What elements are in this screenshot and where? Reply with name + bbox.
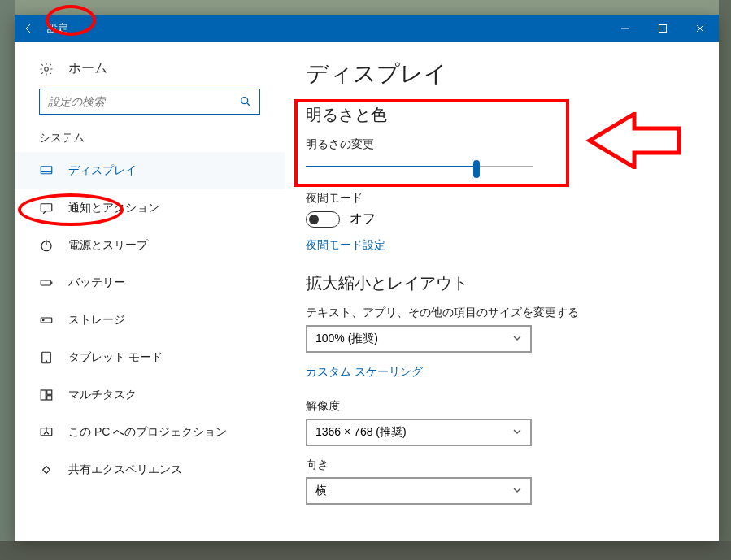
maximize-button[interactable]: [644, 15, 681, 42]
svg-rect-6: [41, 280, 50, 285]
brightness-slider[interactable]: [306, 157, 533, 176]
sidebar-item-display[interactable]: ディスプレイ: [15, 152, 285, 189]
sidebar-item-storage[interactable]: ストレージ: [15, 302, 285, 339]
scale-dropdown[interactable]: 100% (推奨): [306, 325, 532, 353]
section-scale-layout: 拡大縮小とレイアウト: [306, 272, 698, 294]
sidebar-item-label: 通知とアクション: [68, 201, 159, 215]
sidebar-item-tablet[interactable]: タブレット モード: [15, 339, 285, 376]
power-icon: [39, 238, 54, 253]
tablet-icon: [39, 350, 54, 365]
sidebar-item-projection[interactable]: この PC へのプロジェクション: [15, 414, 285, 451]
home-label: ホーム: [68, 60, 107, 77]
night-mode-state: オフ: [350, 211, 376, 228]
sidebar: ホーム システム ディスプレイ通知とアクション電源とスリープバッテリーストレージ…: [15, 42, 285, 541]
sidebar-item-multitask[interactable]: マルチタスク: [15, 376, 285, 414]
battery-icon: [39, 276, 54, 290]
multitask-icon: [39, 388, 54, 402]
orientation-label: 向き: [306, 458, 698, 472]
svg-rect-0: [659, 25, 667, 33]
page-title: ディスプレイ: [306, 59, 698, 89]
settings-window: 設定 ホーム シス: [15, 15, 719, 541]
sidebar-item-label: 共有エクスペリエンス: [68, 462, 182, 477]
search-input[interactable]: [40, 95, 232, 108]
sidebar-nav: ディスプレイ通知とアクション電源とスリープバッテリーストレージタブレット モード…: [15, 152, 285, 488]
titlebar: 設定: [15, 15, 719, 42]
sidebar-item-power[interactable]: 電源とスリープ: [15, 227, 285, 264]
back-button[interactable]: [15, 15, 42, 42]
chevron-down-icon: [512, 426, 522, 439]
gear-icon: [39, 62, 54, 76]
chevron-down-icon: [512, 484, 522, 497]
monitor-icon: [39, 163, 54, 178]
sidebar-item-label: ディスプレイ: [68, 163, 137, 178]
message-icon: [39, 201, 54, 215]
sidebar-item-shared[interactable]: 共有エクスペリエンス: [15, 451, 285, 488]
svg-point-10: [46, 361, 46, 362]
search-icon: [232, 95, 259, 108]
search-box[interactable]: [39, 89, 260, 115]
night-mode-settings-link[interactable]: 夜間モード設定: [306, 238, 385, 253]
minimize-button[interactable]: [607, 15, 644, 42]
svg-rect-11: [41, 390, 46, 400]
home-link[interactable]: ホーム: [15, 60, 285, 89]
resolution-dropdown[interactable]: 1366 × 768 (推奨): [306, 419, 532, 446]
sidebar-group-header: システム: [15, 131, 285, 152]
scale-value: 100% (推奨): [315, 332, 378, 346]
resolution-value: 1366 × 768 (推奨): [315, 425, 407, 440]
annotation-arrow: [585, 112, 683, 169]
scale-label: テキスト、アプリ、その他の項目のサイズを変更する: [306, 306, 698, 320]
night-mode-toggle[interactable]: [306, 211, 340, 228]
svg-rect-4: [41, 204, 52, 211]
sidebar-item-label: 電源とスリープ: [68, 238, 148, 253]
orientation-value: 横: [315, 484, 327, 498]
sidebar-item-label: この PC へのプロジェクション: [68, 425, 227, 440]
svg-rect-12: [47, 390, 52, 394]
svg-point-1: [45, 67, 49, 71]
orientation-dropdown[interactable]: 横: [306, 477, 532, 505]
svg-rect-3: [41, 167, 52, 174]
sidebar-item-notify[interactable]: 通知とアクション: [15, 189, 285, 227]
sidebar-item-label: タブレット モード: [68, 350, 163, 365]
svg-point-2: [241, 98, 248, 104]
custom-scaling-link[interactable]: カスタム スケーリング: [306, 365, 423, 380]
svg-rect-13: [47, 396, 52, 400]
night-mode-label: 夜間モード: [306, 191, 698, 206]
close-button[interactable]: [681, 15, 719, 42]
sidebar-item-label: バッテリー: [68, 276, 125, 290]
sidebar-item-label: ストレージ: [68, 313, 125, 328]
resolution-label: 解像度: [306, 399, 698, 414]
shared-icon: [39, 462, 54, 477]
svg-point-8: [43, 319, 45, 321]
sidebar-item-label: マルチタスク: [68, 388, 137, 402]
window-title: 設定: [42, 21, 73, 36]
sidebar-item-battery[interactable]: バッテリー: [15, 264, 285, 302]
projection-icon: [39, 425, 54, 440]
storage-icon: [39, 313, 54, 328]
chevron-down-icon: [512, 332, 522, 345]
